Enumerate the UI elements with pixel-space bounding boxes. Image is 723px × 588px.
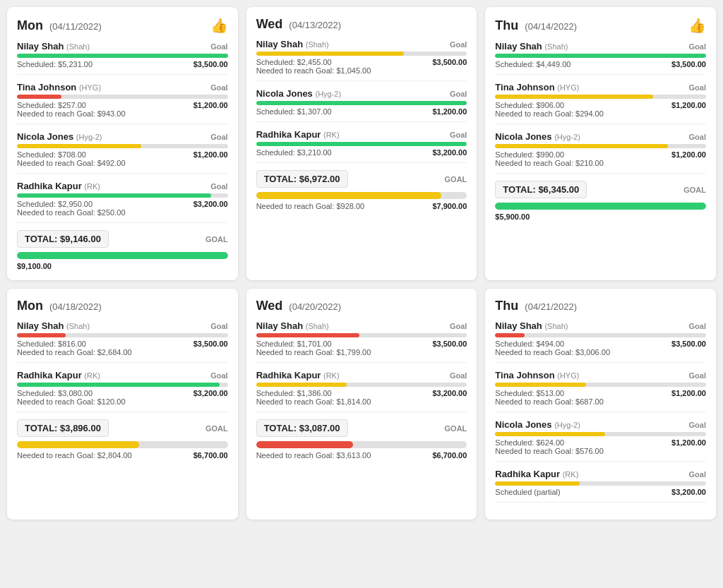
total-bottom: $9,100.00 [17, 262, 228, 270]
schedule-card-mon-apr18: Mon (04/18/2022)Nilay Shah (Shah)GoalSch… [7, 289, 238, 520]
provider-name: Nilay Shah (Shah) [495, 320, 568, 331]
goal-label: Goal [689, 133, 706, 141]
total-goal-value: $6,700.00 [432, 451, 467, 460]
total-goal-label: GOAL [683, 186, 706, 194]
provider-header: Nicola Jones (Hyg-2)Goal [17, 131, 228, 142]
provider-name: Tina Johnson (HYG) [495, 370, 579, 380]
provider-header: Tina Johnson (HYG)Goal [17, 82, 228, 92]
scheduled-amount: Scheduled: $4,449.00 [495, 60, 570, 68]
goal-label: Goal [210, 322, 227, 330]
provider-progress-fill [495, 95, 653, 99]
needed-to-reach-goal: Needed to reach Goal: $210.00 [495, 159, 706, 167]
provider-progress-bg [495, 144, 706, 148]
provider-name: Nicola Jones (Hyg-2) [17, 131, 102, 142]
total-label: TOTAL: $3,896.00 [17, 419, 109, 437]
total-goal-label: GOAL [205, 235, 228, 244]
total-label: TOTAL: $6,345.00 [495, 181, 587, 198]
goal-label: Goal [210, 83, 227, 92]
divider [495, 124, 706, 124]
total-progress-fill [17, 252, 228, 259]
provider-progress-fill [495, 54, 706, 58]
goal-label: Goal [210, 371, 227, 380]
scheduled-amount: Scheduled: $1,701.00 [256, 340, 332, 348]
provider-block: Tina Johnson (HYG)GoalScheduled: $906.00… [495, 82, 706, 124]
provider-block: Nicola Jones (Hyg-2)GoalScheduled: $624.… [495, 419, 706, 462]
total-progress-bg [256, 192, 467, 199]
card-header: Thu (04/21/2022) [495, 299, 706, 313]
divider [17, 173, 228, 174]
scheduled-amount: Scheduled: $3,080.00 [17, 389, 92, 397]
provider-name: Nilay Shah (Shah) [256, 320, 329, 331]
provider-block: Nicola Jones (Hyg-2)GoalScheduled: $708.… [17, 131, 228, 174]
total-block: TOTAL: $9,146.00GOAL$9,100.00 [17, 230, 228, 270]
schedule-card-mon-apr11: Mon (04/11/2022)👍Nilay Shah (Shah)GoalSc… [7, 7, 238, 280]
provider-progress-fill [495, 481, 579, 486]
total-goal-value: $9,100.00 [17, 262, 52, 270]
provider-name: Nilay Shah (Shah) [256, 39, 329, 49]
thumbs-up-icon: 👍 [210, 17, 228, 34]
provider-stats: Scheduled: $816.00$3,500.00 [17, 340, 228, 348]
goal-label: Goal [450, 322, 467, 330]
scheduled-amount: Scheduled: $708.00 [17, 150, 86, 159]
divider [495, 412, 706, 412]
provider-name: Nilay Shah (Shah) [17, 41, 90, 52]
total-block: TOTAL: $6,972.00GOALNeeded to reach Goal… [256, 170, 467, 210]
provider-progress-fill [495, 333, 525, 337]
needed-to-reach-goal: Needed to reach Goal: $576.00 [495, 447, 706, 455]
divider [17, 124, 228, 124]
provider-progress-bg [495, 54, 706, 58]
needed-to-reach-goal: Needed to reach Goal: $294.00 [495, 109, 706, 118]
provider-stats: Scheduled: $513.00$1,200.00 [495, 389, 706, 397]
provider-progress-bg [495, 432, 706, 436]
divider [256, 121, 467, 122]
goal-label: Goal [210, 133, 227, 141]
total-progress-bg [17, 441, 228, 448]
schedule-card-thu-apr21: Thu (04/21/2022)Nilay Shah (Shah)GoalSch… [485, 289, 716, 520]
provider-block: Radhika Kapur (RK)GoalScheduled: $3,210.… [256, 129, 467, 163]
provider-progress-bg [17, 144, 228, 148]
needed-to-reach-goal: Needed to reach Goal: $1,799.00 [256, 348, 467, 356]
provider-block: Nilay Shah (Shah)GoalScheduled: $1,701.0… [256, 320, 467, 363]
needed-to-reach-goal: Needed to reach Goal: $943.00 [17, 109, 228, 118]
provider-progress-bg [495, 333, 706, 337]
provider-stats: Scheduled: $494.00$3,500.00 [495, 340, 706, 348]
divider [495, 502, 706, 503]
goal-label: Goal [689, 322, 706, 330]
provider-progress-fill [17, 144, 141, 148]
card-header: Wed (04/13/2022) [256, 17, 467, 32]
provider-block: Radhika Kapur (RK)GoalScheduled: $2,950.… [17, 181, 228, 223]
card-header: Mon (04/18/2022) [17, 299, 228, 313]
provider-block: Nilay Shah (Shah)GoalScheduled: $2,455.0… [256, 39, 467, 81]
provider-header: Nicola Jones (Hyg-2)Goal [256, 88, 467, 99]
provider-name: Radhika Kapur (RK) [17, 181, 100, 191]
card-header: Mon (04/11/2022)👍 [17, 17, 228, 34]
goal-label: Goal [450, 131, 467, 139]
total-goal-label: GOAL [445, 424, 467, 433]
scheduled-amount: Scheduled: $257.00 [17, 101, 86, 109]
total-block: TOTAL: $3,087.00GOALNeeded to reach Goal… [256, 419, 467, 460]
provider-header: Radhika Kapur (RK)Goal [17, 181, 228, 191]
total-bottom: Needed to reach Goal: $3,613.00$6,700.00 [256, 451, 467, 460]
total-goal-value: $7,900.00 [432, 202, 467, 210]
provider-block: Radhika Kapur (RK)GoalScheduled: $1,386.… [256, 370, 467, 412]
goal-value: $3,500.00 [671, 340, 706, 348]
divider [17, 412, 228, 412]
total-row: TOTAL: $3,896.00GOAL [17, 419, 228, 437]
total-goal-value: $6,700.00 [193, 451, 228, 460]
total-needed-label: Needed to reach Goal: $3,613.00 [256, 451, 371, 460]
provider-header: Nilay Shah (Shah)Goal [256, 320, 467, 331]
provider-progress-bg [17, 54, 228, 58]
provider-stats: Scheduled: $1,701.00$3,500.00 [256, 340, 467, 348]
needed-to-reach-goal: Needed to reach Goal: $492.00 [17, 159, 228, 167]
provider-name: Radhika Kapur (RK) [256, 370, 340, 380]
goal-value: $3,500.00 [193, 60, 228, 68]
goal-value: $3,500.00 [193, 340, 228, 348]
goal-value: $3,500.00 [671, 60, 706, 68]
provider-block: Tina Johnson (HYG)GoalScheduled: $513.00… [495, 370, 706, 412]
provider-progress-bg [17, 383, 228, 387]
provider-stats: Scheduled: $3,210.00$3,200.00 [256, 148, 467, 157]
scheduled-amount: Scheduled: $990.00 [495, 150, 564, 159]
provider-stats: Scheduled: $5,231.00$3,500.00 [17, 60, 228, 68]
total-bottom: Needed to reach Goal: $2,804.00$6,700.00 [17, 451, 228, 460]
needed-to-reach-goal: Needed to reach Goal: $3,006.00 [495, 348, 706, 356]
